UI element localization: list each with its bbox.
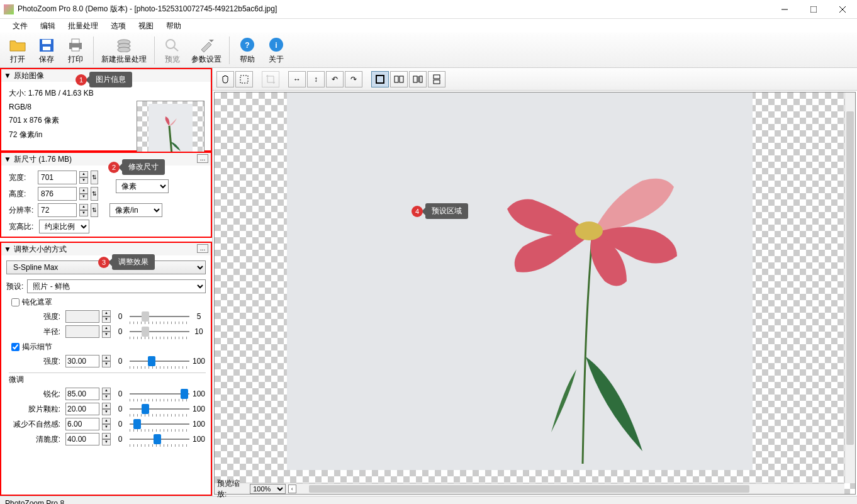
res-down[interactable]: ▼ xyxy=(79,210,88,216)
width-input[interactable] xyxy=(38,171,77,184)
svg-point-30 xyxy=(575,221,603,240)
status-text: PhotoZoom Pro 8 xyxy=(5,499,64,505)
radius-label: 半径: xyxy=(9,327,63,337)
reveal-strength-slider[interactable] xyxy=(130,355,189,367)
magnifier-icon xyxy=(162,36,182,54)
view-single[interactable] xyxy=(371,71,389,87)
svg-point-12 xyxy=(118,47,130,52)
height-link[interactable]: ⇅ xyxy=(91,187,98,201)
menu-help[interactable]: 帮助 xyxy=(161,20,186,33)
panel-title: 原始图像 xyxy=(14,70,44,81)
svg-point-13 xyxy=(166,40,175,48)
svg-text:i: i xyxy=(275,41,277,50)
svg-rect-23 xyxy=(400,76,403,82)
unit-select[interactable]: 像素 xyxy=(116,179,169,193)
aspect-select[interactable]: 约束比例 xyxy=(39,220,89,233)
view-split-4[interactable] xyxy=(409,71,427,87)
about-button[interactable]: i 关于 xyxy=(262,35,290,66)
zoom-label: 预览缩放: xyxy=(217,478,247,500)
new-batch-button[interactable]: 新建批量处理 xyxy=(98,35,150,66)
flip-v-tool[interactable]: ↕ xyxy=(307,71,325,87)
res-up[interactable]: ▲ xyxy=(79,204,88,210)
batch-icon xyxy=(114,36,134,54)
dpi-unit-select[interactable]: 像素/in xyxy=(109,203,162,217)
canvas[interactable]: 4 预设区域 预览缩放: 100% ‹ xyxy=(214,92,856,495)
res-input[interactable] xyxy=(38,203,77,217)
height-input[interactable] xyxy=(38,187,77,201)
minimize-button[interactable] xyxy=(770,0,799,19)
close-button[interactable] xyxy=(828,0,857,19)
titlebar: PhotoZoom Pro 8.0 (Demo 版本) - [photo-152… xyxy=(0,0,857,19)
rotate-ccw-tool[interactable]: ↶ xyxy=(326,71,344,87)
folder-open-icon xyxy=(8,36,28,54)
svg-rect-20 xyxy=(240,76,248,83)
svg-rect-5 xyxy=(42,40,51,44)
zoom-bar: 预览缩放: 100% ‹ xyxy=(215,483,296,494)
res-link[interactable]: ⇅ xyxy=(91,203,98,217)
radius-slider[interactable] xyxy=(130,325,189,338)
horizontal-scrollbar[interactable] xyxy=(290,483,844,494)
crop-tool[interactable] xyxy=(262,71,279,87)
width-up[interactable]: ▲ xyxy=(79,171,88,177)
preset-select[interactable]: 照片 - 鲜艳 xyxy=(27,279,206,293)
unsharp-checkbox[interactable] xyxy=(11,298,20,306)
unsharp-strength-input[interactable] xyxy=(65,310,99,323)
panel-header-newsize[interactable]: ▼ 新尺寸 (1.76 MB) ... xyxy=(1,153,211,165)
reveal-strength-input[interactable] xyxy=(65,355,99,367)
view-split-h[interactable] xyxy=(390,71,408,87)
preview-button[interactable]: 预览 xyxy=(159,35,186,66)
sharpen-input[interactable] xyxy=(65,388,99,400)
height-up[interactable]: ▲ xyxy=(79,188,88,194)
panel-options-button[interactable]: ... xyxy=(197,154,208,163)
reveal-label: 揭示细节 xyxy=(22,342,52,352)
select-tool[interactable] xyxy=(235,71,253,87)
crisp-slider[interactable] xyxy=(130,433,189,445)
svg-rect-26 xyxy=(420,76,422,82)
menu-options[interactable]: 选项 xyxy=(106,20,131,33)
unsharp-strength-slider[interactable] xyxy=(130,310,189,323)
collapse-icon: ▼ xyxy=(4,71,11,80)
open-button[interactable]: 打开 xyxy=(4,35,31,66)
height-label: 高度: xyxy=(9,189,35,199)
panel-options-button[interactable]: ... xyxy=(197,244,208,253)
rotate-cw-tool[interactable]: ↷ xyxy=(345,71,362,87)
panel-header-method[interactable]: ▼ 调整大小的方式 ... xyxy=(1,243,211,255)
view-split-v[interactable] xyxy=(428,71,445,87)
reveal-checkbox[interactable] xyxy=(11,343,20,351)
preview-toolbar: ↔ ↕ ↶ ↷ xyxy=(213,68,857,91)
fine-tune-label: 微调 xyxy=(9,372,206,385)
svg-rect-27 xyxy=(434,75,440,79)
zoom-select[interactable]: 100% xyxy=(250,484,285,494)
menu-view[interactable]: 视图 xyxy=(133,20,159,33)
grain-label: 胶片颗粒: xyxy=(9,404,63,415)
svg-rect-9 xyxy=(72,47,79,51)
reduce-input[interactable] xyxy=(65,418,99,430)
save-button[interactable]: 保存 xyxy=(33,35,60,66)
help-button[interactable]: ? 帮助 xyxy=(233,35,261,66)
hand-tool[interactable] xyxy=(216,71,234,87)
svg-rect-6 xyxy=(43,47,50,50)
menu-edit[interactable]: 编辑 xyxy=(35,20,60,33)
sharpen-slider[interactable] xyxy=(130,388,189,400)
print-button[interactable]: 打印 xyxy=(62,35,89,66)
vertical-scrollbar[interactable] xyxy=(844,92,855,483)
grain-input[interactable] xyxy=(65,403,99,415)
menu-file[interactable]: 文件 xyxy=(8,20,33,33)
flip-h-tool[interactable]: ↔ xyxy=(288,71,306,87)
maximize-button[interactable] xyxy=(799,0,828,19)
reduce-slider[interactable] xyxy=(130,418,189,430)
grain-slider[interactable] xyxy=(130,403,189,415)
zoom-out-button[interactable]: ‹ xyxy=(288,484,296,493)
width-down[interactable]: ▼ xyxy=(79,177,88,184)
statusbar: PhotoZoom Pro 8 xyxy=(0,496,857,504)
main-toolbar: 打开 保存 打印 新建批量处理 预览 参数设置 ? 帮助 i 关于 xyxy=(0,33,857,68)
settings-button[interactable]: 参数设置 xyxy=(188,35,225,66)
new-size-panel: ▼ 新尺寸 (1.76 MB) ... 宽度: ▲▼ ⇅ 像素 高度: ▲▼ ⇅ xyxy=(0,152,212,238)
svg-rect-29 xyxy=(287,92,753,470)
res-label: 分辨率: xyxy=(9,205,35,216)
menu-batch[interactable]: 批量处理 xyxy=(63,20,103,33)
radius-input[interactable] xyxy=(65,325,99,338)
width-link[interactable]: ⇅ xyxy=(91,171,98,184)
height-down[interactable]: ▼ xyxy=(79,194,88,200)
crisp-input[interactable] xyxy=(65,433,99,445)
